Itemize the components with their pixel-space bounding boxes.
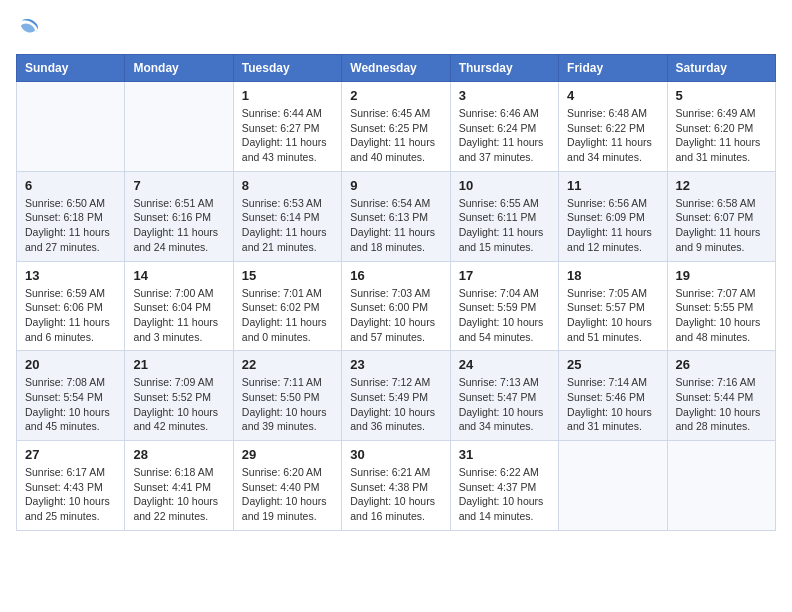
day-number: 3	[459, 88, 550, 103]
day-header-friday: Friday	[559, 55, 667, 82]
day-number: 16	[350, 268, 441, 283]
day-number: 24	[459, 357, 550, 372]
day-number: 26	[676, 357, 767, 372]
calendar-cell: 31Sunrise: 6:22 AMSunset: 4:37 PMDayligh…	[450, 441, 558, 531]
day-number: 19	[676, 268, 767, 283]
calendar-week-3: 13Sunrise: 6:59 AMSunset: 6:06 PMDayligh…	[17, 261, 776, 351]
day-info: Sunrise: 6:46 AMSunset: 6:24 PMDaylight:…	[459, 106, 550, 165]
page-header	[16, 16, 776, 44]
day-number: 30	[350, 447, 441, 462]
day-header-saturday: Saturday	[667, 55, 775, 82]
day-info: Sunrise: 7:05 AMSunset: 5:57 PMDaylight:…	[567, 286, 658, 345]
calendar-cell: 15Sunrise: 7:01 AMSunset: 6:02 PMDayligh…	[233, 261, 341, 351]
day-number: 4	[567, 88, 658, 103]
calendar-cell: 16Sunrise: 7:03 AMSunset: 6:00 PMDayligh…	[342, 261, 450, 351]
calendar-cell: 21Sunrise: 7:09 AMSunset: 5:52 PMDayligh…	[125, 351, 233, 441]
logo-icon	[16, 16, 40, 40]
day-number: 6	[25, 178, 116, 193]
day-info: Sunrise: 7:07 AMSunset: 5:55 PMDaylight:…	[676, 286, 767, 345]
day-info: Sunrise: 7:16 AMSunset: 5:44 PMDaylight:…	[676, 375, 767, 434]
day-info: Sunrise: 6:45 AMSunset: 6:25 PMDaylight:…	[350, 106, 441, 165]
day-info: Sunrise: 7:09 AMSunset: 5:52 PMDaylight:…	[133, 375, 224, 434]
day-number: 14	[133, 268, 224, 283]
calendar-cell: 22Sunrise: 7:11 AMSunset: 5:50 PMDayligh…	[233, 351, 341, 441]
day-info: Sunrise: 7:03 AMSunset: 6:00 PMDaylight:…	[350, 286, 441, 345]
calendar-cell: 24Sunrise: 7:13 AMSunset: 5:47 PMDayligh…	[450, 351, 558, 441]
calendar-cell: 2Sunrise: 6:45 AMSunset: 6:25 PMDaylight…	[342, 82, 450, 172]
day-number: 28	[133, 447, 224, 462]
day-info: Sunrise: 7:04 AMSunset: 5:59 PMDaylight:…	[459, 286, 550, 345]
calendar-cell: 6Sunrise: 6:50 AMSunset: 6:18 PMDaylight…	[17, 171, 125, 261]
calendar-week-4: 20Sunrise: 7:08 AMSunset: 5:54 PMDayligh…	[17, 351, 776, 441]
day-number: 22	[242, 357, 333, 372]
day-header-tuesday: Tuesday	[233, 55, 341, 82]
calendar-cell: 27Sunrise: 6:17 AMSunset: 4:43 PMDayligh…	[17, 441, 125, 531]
calendar-cell: 9Sunrise: 6:54 AMSunset: 6:13 PMDaylight…	[342, 171, 450, 261]
calendar-cell: 12Sunrise: 6:58 AMSunset: 6:07 PMDayligh…	[667, 171, 775, 261]
calendar-cell: 23Sunrise: 7:12 AMSunset: 5:49 PMDayligh…	[342, 351, 450, 441]
day-number: 21	[133, 357, 224, 372]
calendar-week-5: 27Sunrise: 6:17 AMSunset: 4:43 PMDayligh…	[17, 441, 776, 531]
day-info: Sunrise: 6:58 AMSunset: 6:07 PMDaylight:…	[676, 196, 767, 255]
calendar-cell	[559, 441, 667, 531]
day-number: 23	[350, 357, 441, 372]
calendar-cell: 5Sunrise: 6:49 AMSunset: 6:20 PMDaylight…	[667, 82, 775, 172]
day-info: Sunrise: 6:50 AMSunset: 6:18 PMDaylight:…	[25, 196, 116, 255]
calendar-cell	[17, 82, 125, 172]
calendar-cell: 25Sunrise: 7:14 AMSunset: 5:46 PMDayligh…	[559, 351, 667, 441]
calendar-cell: 17Sunrise: 7:04 AMSunset: 5:59 PMDayligh…	[450, 261, 558, 351]
day-number: 1	[242, 88, 333, 103]
calendar-cell: 26Sunrise: 7:16 AMSunset: 5:44 PMDayligh…	[667, 351, 775, 441]
day-info: Sunrise: 7:01 AMSunset: 6:02 PMDaylight:…	[242, 286, 333, 345]
day-info: Sunrise: 6:48 AMSunset: 6:22 PMDaylight:…	[567, 106, 658, 165]
day-info: Sunrise: 6:51 AMSunset: 6:16 PMDaylight:…	[133, 196, 224, 255]
day-info: Sunrise: 6:53 AMSunset: 6:14 PMDaylight:…	[242, 196, 333, 255]
day-number: 13	[25, 268, 116, 283]
calendar-cell	[667, 441, 775, 531]
calendar-cell: 29Sunrise: 6:20 AMSunset: 4:40 PMDayligh…	[233, 441, 341, 531]
day-number: 7	[133, 178, 224, 193]
day-number: 11	[567, 178, 658, 193]
calendar-cell: 19Sunrise: 7:07 AMSunset: 5:55 PMDayligh…	[667, 261, 775, 351]
day-number: 8	[242, 178, 333, 193]
calendar-cell: 20Sunrise: 7:08 AMSunset: 5:54 PMDayligh…	[17, 351, 125, 441]
day-info: Sunrise: 6:21 AMSunset: 4:38 PMDaylight:…	[350, 465, 441, 524]
calendar-cell: 13Sunrise: 6:59 AMSunset: 6:06 PMDayligh…	[17, 261, 125, 351]
calendar-cell: 4Sunrise: 6:48 AMSunset: 6:22 PMDaylight…	[559, 82, 667, 172]
calendar-cell: 1Sunrise: 6:44 AMSunset: 6:27 PMDaylight…	[233, 82, 341, 172]
calendar-cell: 3Sunrise: 6:46 AMSunset: 6:24 PMDaylight…	[450, 82, 558, 172]
calendar-cell: 14Sunrise: 7:00 AMSunset: 6:04 PMDayligh…	[125, 261, 233, 351]
day-info: Sunrise: 6:59 AMSunset: 6:06 PMDaylight:…	[25, 286, 116, 345]
day-number: 29	[242, 447, 333, 462]
logo	[16, 16, 42, 44]
day-header-thursday: Thursday	[450, 55, 558, 82]
day-header-wednesday: Wednesday	[342, 55, 450, 82]
calendar-cell: 11Sunrise: 6:56 AMSunset: 6:09 PMDayligh…	[559, 171, 667, 261]
day-info: Sunrise: 7:12 AMSunset: 5:49 PMDaylight:…	[350, 375, 441, 434]
calendar-cell: 30Sunrise: 6:21 AMSunset: 4:38 PMDayligh…	[342, 441, 450, 531]
calendar-cell: 7Sunrise: 6:51 AMSunset: 6:16 PMDaylight…	[125, 171, 233, 261]
day-info: Sunrise: 7:08 AMSunset: 5:54 PMDaylight:…	[25, 375, 116, 434]
calendar-week-1: 1Sunrise: 6:44 AMSunset: 6:27 PMDaylight…	[17, 82, 776, 172]
day-number: 5	[676, 88, 767, 103]
calendar-header-row: SundayMondayTuesdayWednesdayThursdayFrid…	[17, 55, 776, 82]
day-header-monday: Monday	[125, 55, 233, 82]
calendar-cell: 10Sunrise: 6:55 AMSunset: 6:11 PMDayligh…	[450, 171, 558, 261]
calendar-week-2: 6Sunrise: 6:50 AMSunset: 6:18 PMDaylight…	[17, 171, 776, 261]
day-number: 2	[350, 88, 441, 103]
day-info: Sunrise: 7:11 AMSunset: 5:50 PMDaylight:…	[242, 375, 333, 434]
day-info: Sunrise: 6:18 AMSunset: 4:41 PMDaylight:…	[133, 465, 224, 524]
day-number: 25	[567, 357, 658, 372]
calendar-cell: 28Sunrise: 6:18 AMSunset: 4:41 PMDayligh…	[125, 441, 233, 531]
day-number: 15	[242, 268, 333, 283]
day-info: Sunrise: 6:55 AMSunset: 6:11 PMDaylight:…	[459, 196, 550, 255]
day-number: 18	[567, 268, 658, 283]
day-info: Sunrise: 6:44 AMSunset: 6:27 PMDaylight:…	[242, 106, 333, 165]
day-info: Sunrise: 7:14 AMSunset: 5:46 PMDaylight:…	[567, 375, 658, 434]
day-info: Sunrise: 6:56 AMSunset: 6:09 PMDaylight:…	[567, 196, 658, 255]
day-info: Sunrise: 6:54 AMSunset: 6:13 PMDaylight:…	[350, 196, 441, 255]
day-info: Sunrise: 6:17 AMSunset: 4:43 PMDaylight:…	[25, 465, 116, 524]
day-info: Sunrise: 7:13 AMSunset: 5:47 PMDaylight:…	[459, 375, 550, 434]
day-number: 27	[25, 447, 116, 462]
day-number: 20	[25, 357, 116, 372]
